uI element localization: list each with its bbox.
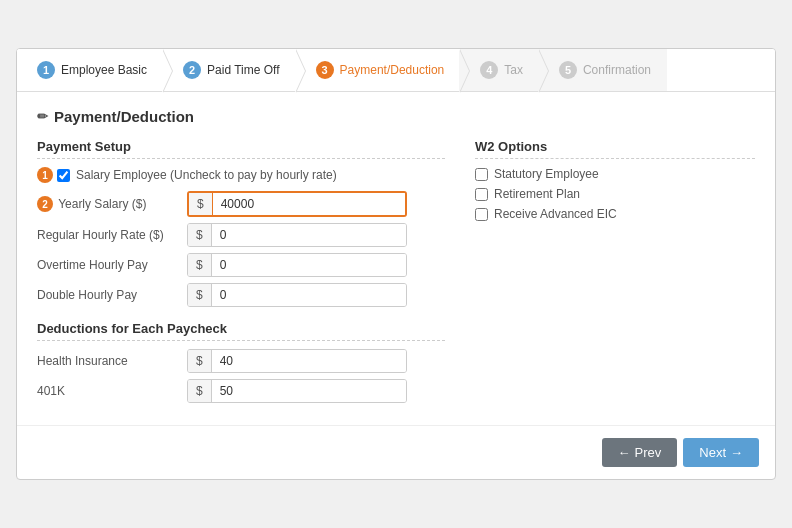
deductions-title: Deductions for Each Paycheck — [37, 321, 445, 341]
step-arrow-inner-3 — [459, 49, 469, 93]
step-label-4: Tax — [504, 63, 523, 77]
prev-arrow-icon: ← — [618, 445, 631, 460]
yearly-salary-input[interactable] — [213, 193, 405, 215]
step-tax[interactable]: 4 Tax — [460, 49, 539, 91]
page-title: ✏ Payment/Deduction — [37, 108, 755, 125]
statutory-label[interactable]: Statutory Employee — [494, 167, 599, 181]
health-insurance-prefix: $ — [188, 350, 212, 372]
double-hourly-input-group: $ — [187, 283, 407, 307]
regular-hourly-label: Regular Hourly Rate ($) — [37, 228, 187, 242]
double-hourly-label: Double Hourly Pay — [37, 288, 187, 302]
step-label-2: Paid Time Off — [207, 63, 279, 77]
overtime-hourly-input-group: $ — [187, 253, 407, 277]
overtime-hourly-label: Overtime Hourly Pay — [37, 258, 187, 272]
step-arrow-inner-1 — [162, 49, 172, 93]
health-insurance-input[interactable] — [212, 350, 406, 372]
overtime-hourly-input[interactable] — [212, 254, 406, 276]
page-content: ✏ Payment/Deduction Payment Setup 1 Sala… — [17, 92, 775, 425]
regular-hourly-prefix: $ — [188, 224, 212, 246]
left-column: Payment Setup 1 Salary Employee (Uncheck… — [37, 139, 445, 409]
next-arrow-icon: → — [730, 445, 743, 460]
two-col-layout: Payment Setup 1 Salary Employee (Uncheck… — [37, 139, 755, 409]
double-hourly-prefix: $ — [188, 284, 212, 306]
yearly-salary-label: 2 Yearly Salary ($) — [37, 196, 187, 212]
badge-1: 1 — [37, 167, 53, 183]
retirement-checkbox[interactable] — [475, 188, 488, 201]
step-number-4: 4 — [480, 61, 498, 79]
yearly-salary-row: 2 Yearly Salary ($) $ — [37, 191, 445, 217]
step-payment-deduction[interactable]: 3 Payment/Deduction — [296, 49, 461, 91]
overtime-hourly-prefix: $ — [188, 254, 212, 276]
retirement-option: Retirement Plan — [475, 187, 755, 201]
footer: ← Prev Next → — [17, 425, 775, 479]
401k-row: 401K $ — [37, 379, 445, 403]
double-hourly-input[interactable] — [212, 284, 406, 306]
statutory-option: Statutory Employee — [475, 167, 755, 181]
salary-checkbox-label[interactable]: Salary Employee (Uncheck to pay by hourl… — [76, 168, 337, 182]
payment-setup-title: Payment Setup — [37, 139, 445, 159]
next-button[interactable]: Next → — [683, 438, 759, 467]
step-label-5: Confirmation — [583, 63, 651, 77]
regular-hourly-row: Regular Hourly Rate ($) $ — [37, 223, 445, 247]
step-confirmation[interactable]: 5 Confirmation — [539, 49, 667, 91]
step-number-1: 1 — [37, 61, 55, 79]
modal-container: 1 Employee Basic 2 Paid Time Off 3 Payme… — [16, 48, 776, 480]
prev-button[interactable]: ← Prev — [602, 438, 678, 467]
overtime-hourly-row: Overtime Hourly Pay $ — [37, 253, 445, 277]
page-title-text: Payment/Deduction — [54, 108, 194, 125]
401k-input-group: $ — [187, 379, 407, 403]
advanced-eic-checkbox[interactable] — [475, 208, 488, 221]
yearly-salary-input-group: $ — [187, 191, 407, 217]
prev-label: Prev — [635, 445, 662, 460]
wizard-steps: 1 Employee Basic 2 Paid Time Off 3 Payme… — [17, 49, 775, 92]
step-employee-basic[interactable]: 1 Employee Basic — [17, 49, 163, 91]
right-column: W2 Options Statutory Employee Retirement… — [475, 139, 755, 409]
next-label: Next — [699, 445, 726, 460]
statutory-checkbox[interactable] — [475, 168, 488, 181]
regular-hourly-input-group: $ — [187, 223, 407, 247]
w2-options-title: W2 Options — [475, 139, 755, 159]
yearly-salary-prefix: $ — [189, 193, 213, 215]
step-number-5: 5 — [559, 61, 577, 79]
salary-checkbox[interactable] — [57, 169, 70, 182]
step-number-2: 2 — [183, 61, 201, 79]
step-number-3: 3 — [316, 61, 334, 79]
health-insurance-label: Health Insurance — [37, 354, 187, 368]
health-insurance-input-group: $ — [187, 349, 407, 373]
advanced-eic-label[interactable]: Receive Advanced EIC — [494, 207, 617, 221]
step-label-3: Payment/Deduction — [340, 63, 445, 77]
step-label-1: Employee Basic — [61, 63, 147, 77]
retirement-label[interactable]: Retirement Plan — [494, 187, 580, 201]
advanced-eic-option: Receive Advanced EIC — [475, 207, 755, 221]
401k-prefix: $ — [188, 380, 212, 402]
regular-hourly-input[interactable] — [212, 224, 406, 246]
double-hourly-row: Double Hourly Pay $ — [37, 283, 445, 307]
badge-2: 2 — [37, 196, 53, 212]
401k-label: 401K — [37, 384, 187, 398]
step-paid-time-off[interactable]: 2 Paid Time Off — [163, 49, 295, 91]
pencil-icon: ✏ — [37, 109, 48, 124]
401k-input[interactable] — [212, 380, 406, 402]
salary-checkbox-row: 1 Salary Employee (Uncheck to pay by hou… — [37, 167, 445, 183]
health-insurance-row: Health Insurance $ — [37, 349, 445, 373]
step-arrow-inner-4 — [538, 49, 548, 93]
step-arrow-inner-2 — [295, 49, 305, 93]
